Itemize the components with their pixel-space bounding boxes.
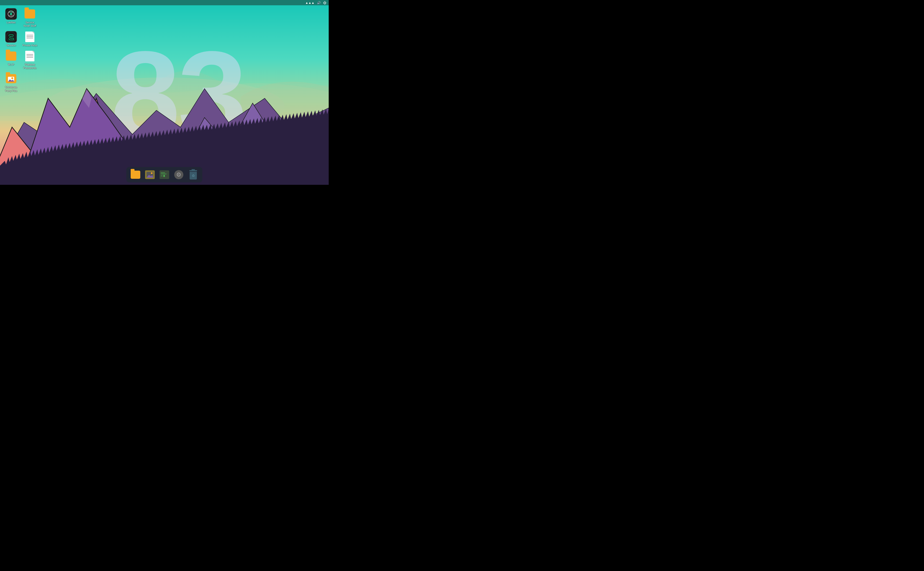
- taskbar-terminal[interactable]: [158, 168, 171, 181]
- lokinet-icon-img: [5, 8, 17, 20]
- plaintext-passwords-label: Plaintext Passwords: [22, 63, 37, 70]
- terminal-cursor: [164, 175, 165, 177]
- icon-row-0: LokiNet Service Node Stuff: [2, 7, 39, 29]
- taskbar-folder-icon: [131, 171, 140, 179]
- pic-mountain: [8, 79, 14, 82]
- trash-lid: [190, 170, 197, 171]
- taskbar-gear-icon: ⚙: [174, 170, 184, 179]
- file-line-2: [26, 36, 33, 37]
- christmas-party-pics-icon-img: [5, 73, 17, 85]
- service-node-stuff-icon[interactable]: Service Node Stuff: [21, 7, 39, 29]
- christmas-party-pics-label: Christmas Party Pics: [3, 85, 19, 93]
- taskbar-file-manager[interactable]: [129, 168, 142, 181]
- terminal-prompt: [161, 176, 163, 176]
- trash-recycle-icon: ♻: [192, 174, 195, 177]
- folder-shape: [25, 9, 35, 19]
- taskbar-imgview-mountain: [147, 174, 153, 177]
- plaintext-file-line-2: [26, 56, 33, 56]
- file-line-3: [26, 38, 33, 38]
- power-icon[interactable]: ⏻: [323, 1, 326, 5]
- taskbar-trash[interactable]: ♻: [187, 168, 199, 181]
- icon-row-3: Christmas Party Pics: [2, 72, 39, 93]
- plaintext-file-line-3: [26, 57, 33, 57]
- wallpaper: 83: [0, 5, 329, 185]
- wip-folder-shape: [6, 51, 16, 61]
- lokinet-icon[interactable]: LokiNet: [2, 7, 20, 29]
- trash-body: ♻: [190, 172, 197, 179]
- plaintext-passwords-icon[interactable]: Plaintext Passwords: [21, 49, 39, 71]
- wifi-icon: ▲▲▲: [305, 1, 315, 5]
- private-keys-icon[interactable]: Private Keys: [21, 30, 39, 48]
- pic-sun: [11, 77, 13, 79]
- plaintext-passwords-icon-img: [24, 50, 35, 62]
- taskbar-terminal-icon: [159, 170, 169, 179]
- christmas-party-pics-icon[interactable]: Christmas Party Pics: [2, 72, 20, 93]
- session-icon[interactable]: Session: [2, 30, 20, 48]
- file-lines: [26, 35, 33, 39]
- sound-icon: 🔊: [317, 1, 321, 5]
- taskbar-imgview-icon: [145, 170, 155, 179]
- service-node-stuff-icon-img: [24, 8, 35, 20]
- taskbar-imgview-sun: [151, 172, 153, 174]
- svg-point-5: [6, 32, 16, 42]
- top-bar: ▲▲▲ 🔊 ⏻: [0, 0, 329, 5]
- taskbar-imgview-inner: [147, 172, 153, 177]
- plaintext-file-lines: [26, 54, 33, 59]
- taskbar-settings[interactable]: ⚙: [173, 168, 185, 181]
- private-keys-label: Private Keys: [22, 43, 37, 47]
- wip-label: W.I.P: [8, 63, 14, 66]
- icon-row-2: W.I.P Plaintext Passwords: [2, 49, 39, 71]
- taskbar: ⚙ ♻: [126, 167, 202, 182]
- pic-folder-shape: [6, 74, 16, 83]
- service-node-stuff-label: Service Node Stuff: [22, 21, 37, 28]
- session-icon-img: [5, 31, 17, 43]
- terminal-line-2: [161, 174, 167, 174]
- wip-icon-img: [5, 50, 17, 62]
- plaintext-file-line-1: [26, 54, 33, 55]
- wip-icon[interactable]: W.I.P: [2, 49, 20, 71]
- plaintext-file-shape: [25, 51, 34, 61]
- private-keys-icon-img: [24, 31, 35, 43]
- icon-row-1: Session Private Keys: [2, 30, 39, 48]
- file-shape: [25, 31, 34, 42]
- terminal-line-1: [161, 173, 165, 173]
- file-line-1: [26, 35, 33, 35]
- lokinet-label: LokiNet: [6, 21, 15, 24]
- session-label: Session: [6, 43, 15, 47]
- trash-lid-top: [191, 169, 195, 170]
- desktop-icons: LokiNet Service Node Stuff Session: [2, 7, 39, 93]
- pic-inner: [8, 77, 14, 82]
- taskbar-image-viewer[interactable]: [143, 168, 156, 181]
